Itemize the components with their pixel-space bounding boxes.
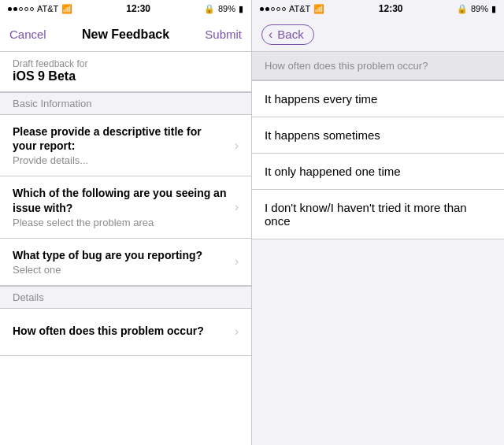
form-row-issue-content: Which of the following are you seeing an… <box>13 186 228 228</box>
form-row-issue[interactable]: Which of the following are you seeing an… <box>0 176 251 238</box>
left-status-right: 🔒 89% ▮ <box>204 4 243 14</box>
option-row-0[interactable]: It happens every time <box>252 81 504 117</box>
right-nav-bar: ‹ Back <box>252 17 504 52</box>
form-row-title-content: Please provide a descriptive title for y… <box>13 124 228 166</box>
draft-sub-label: Draft feedback for <box>13 58 239 69</box>
back-chevron-icon: ‹ <box>269 28 272 42</box>
right-carrier-label: AT&T <box>289 4 310 13</box>
form-row-title-placeholder: Provide details... <box>13 154 228 166</box>
form-row-title[interactable]: Please provide a descriptive title for y… <box>0 115 251 176</box>
form-row-issue-label: Which of the following are you seeing an… <box>13 186 228 214</box>
back-button[interactable]: ‹ Back <box>261 24 314 45</box>
form-row-frequency[interactable]: How often does this problem occur? › <box>0 309 251 356</box>
form-row-issue-placeholder: Please select the problem area <box>13 217 228 228</box>
option-label-0: It happens every time <box>265 92 377 106</box>
left-status-bar: AT&T 📶 12:30 🔒 89% ▮ <box>0 0 251 17</box>
form-row-bug-type-content: What type of bug are you reporting? Sele… <box>13 248 228 276</box>
right-panel: AT&T 📶 12:30 🔒 89% ▮ ‹ Back How often do… <box>252 0 504 445</box>
form-row-bug-type-label: What type of bug are you reporting? <box>13 248 228 262</box>
chevron-right-icon-2: › <box>235 200 239 214</box>
form-row-bug-type[interactable]: What type of bug are you reporting? Sele… <box>0 239 251 286</box>
left-time: 12:30 <box>126 3 150 14</box>
wifi-icon: 📶 <box>61 4 72 14</box>
right-battery-label: 89% <box>471 4 488 13</box>
cancel-button[interactable]: Cancel <box>9 28 46 41</box>
option-label-1: It happens sometimes <box>265 128 380 142</box>
left-status-left: AT&T 📶 <box>8 4 72 14</box>
frequency-question-header: How often does this problem occur? <box>252 52 504 80</box>
battery-icon: ▮ <box>239 4 243 14</box>
form-row-title-label: Please provide a descriptive title for y… <box>13 124 228 153</box>
right-wifi-icon: 📶 <box>313 4 324 14</box>
back-label: Back <box>277 28 303 41</box>
right-status-left: AT&T 📶 <box>260 4 324 14</box>
frequency-options: It happens every time It happens sometim… <box>252 80 504 239</box>
chevron-right-icon-4: › <box>235 324 239 339</box>
right-status-right: 🔒 89% ▮ <box>457 4 496 14</box>
right-signal-icon <box>260 7 286 11</box>
draft-info: Draft feedback for iOS 9 Beta <box>0 52 251 92</box>
form-row-frequency-content: How often does this problem occur? <box>13 324 228 339</box>
option-label-2: It only happened one time <box>265 165 401 178</box>
page-title: New Feedback <box>82 28 169 42</box>
section-basic-info: Basic Information <box>0 92 251 115</box>
option-row-2[interactable]: It only happened one time <box>252 154 504 190</box>
right-lock-icon: 🔒 <box>457 4 468 14</box>
option-label-3: I don't know/I haven't tried it more tha… <box>265 201 491 228</box>
chevron-right-icon: › <box>235 139 239 153</box>
submit-button[interactable]: Submit <box>205 28 242 41</box>
carrier-label: AT&T <box>37 4 58 13</box>
right-time: 12:30 <box>379 3 403 14</box>
option-row-1[interactable]: It happens sometimes <box>252 117 504 154</box>
section-details: Details <box>0 286 251 309</box>
chevron-right-icon-3: › <box>235 254 239 269</box>
left-nav-bar: Cancel New Feedback Submit <box>0 17 251 52</box>
signal-icon <box>8 7 34 11</box>
form-row-bug-type-placeholder: Select one <box>13 264 228 276</box>
battery-label: 89% <box>218 4 235 13</box>
form-row-frequency-label: How often does this problem occur? <box>13 324 228 338</box>
left-panel: AT&T 📶 12:30 🔒 89% ▮ Cancel New Feedback… <box>0 0 252 445</box>
right-battery-icon: ▮ <box>491 4 496 14</box>
lock-icon: 🔒 <box>204 4 215 14</box>
draft-title: iOS 9 Beta <box>13 69 239 83</box>
right-status-bar: AT&T 📶 12:30 🔒 89% ▮ <box>252 0 504 17</box>
option-row-3[interactable]: I don't know/I haven't tried it more tha… <box>252 190 504 239</box>
